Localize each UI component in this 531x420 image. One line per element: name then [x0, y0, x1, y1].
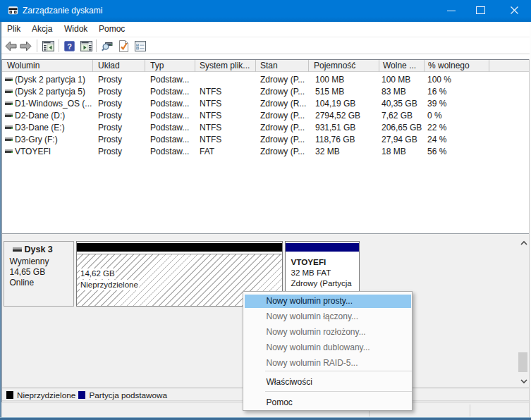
- svg-text:?: ?: [67, 42, 72, 51]
